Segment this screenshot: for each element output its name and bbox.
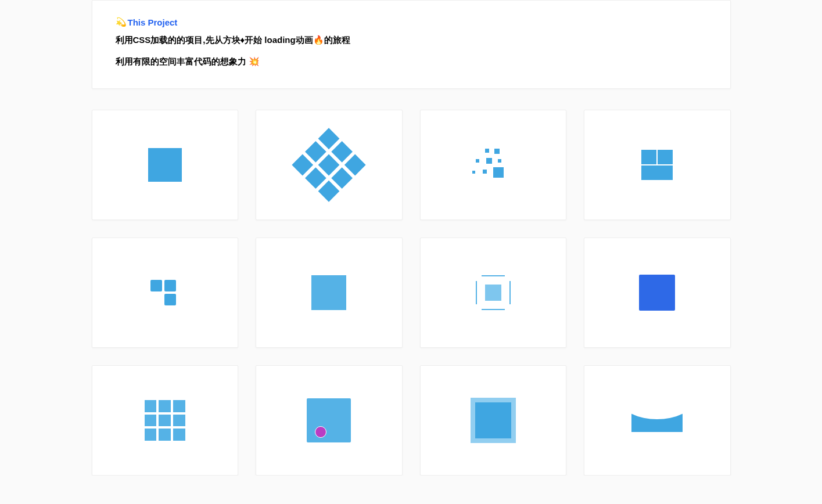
solid-blue-icon — [639, 275, 675, 311]
loader-card-l-shape[interactable] — [92, 237, 239, 348]
loader-card-solid-square[interactable] — [92, 110, 239, 220]
project-description-line-2: 利用有限的空间丰富代码的想象力 💥 — [116, 53, 707, 70]
loader-card-bracket-square[interactable] — [420, 237, 567, 348]
three-tile-icon — [641, 150, 673, 180]
loader-card-square-dot[interactable] — [256, 365, 403, 476]
page-container: 💫 This Project 利用CSS加载的的项目,先从方块♦开始 loadi… — [31, 0, 792, 476]
loader-card-concentric-square[interactable] — [420, 365, 567, 476]
pixel-scatter-icon — [472, 149, 514, 181]
project-header-card: 💫 This Project 利用CSS加载的的项目,先从方块♦开始 loadi… — [92, 0, 731, 89]
project-title-text: This Project — [128, 17, 178, 27]
loader-card-three-tile[interactable] — [584, 110, 731, 220]
arc-wave-icon — [631, 409, 683, 432]
project-description-line-1: 利用CSS加载的的项目,先从方块♦开始 loading动画🔥的旅程 — [116, 32, 707, 49]
square-icon — [148, 148, 182, 182]
concentric-square-icon — [471, 398, 516, 443]
loader-card-diamond-grid[interactable] — [256, 110, 403, 220]
sparkle-icon: 💫 — [116, 17, 127, 27]
project-title: 💫 This Project — [116, 17, 707, 27]
diamond-grid-icon — [292, 128, 366, 201]
bracket-square-icon — [476, 275, 511, 310]
loader-card-3x3-grid[interactable] — [92, 365, 239, 476]
loader-card-square-pulse[interactable] — [256, 237, 403, 348]
square-dot-icon — [307, 398, 351, 442]
grid-3x3-icon — [145, 400, 185, 441]
square-pulse-icon — [311, 275, 346, 310]
l-shape-icon — [150, 280, 180, 305]
loader-grid — [31, 110, 792, 476]
loader-card-pixel-scatter[interactable] — [420, 110, 567, 220]
loader-card-solid-blue[interactable] — [584, 237, 731, 348]
purple-dot-icon — [315, 426, 326, 438]
loader-card-arc-wave[interactable] — [584, 365, 731, 476]
